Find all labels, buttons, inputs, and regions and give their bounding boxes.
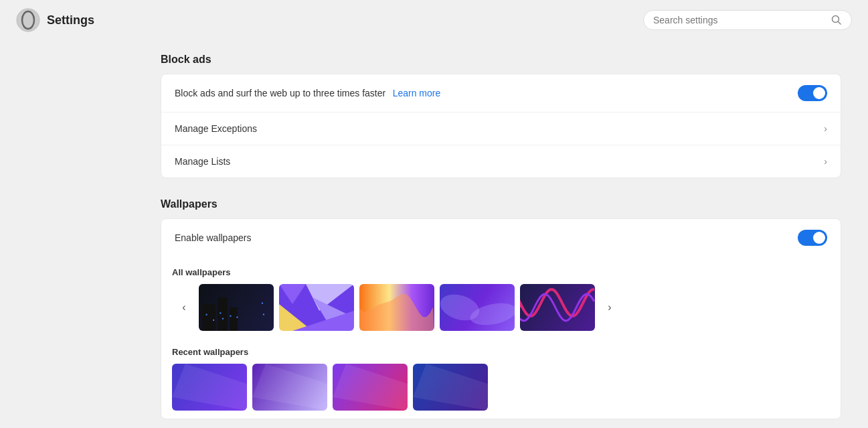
recent-thumb-1[interactable] <box>172 364 247 411</box>
wallpaper-canvas-1 <box>199 284 274 331</box>
block-ads-title: Block ads <box>161 54 841 66</box>
recent-canvas-4 <box>413 364 488 411</box>
opera-logo-icon <box>16 8 40 32</box>
wallpaper-canvas-2 <box>279 284 354 331</box>
wallpaper-thumb-1[interactable] <box>199 284 274 331</box>
block-ads-slider <box>798 85 827 101</box>
chevron-right-icon: › <box>824 123 827 134</box>
enable-wallpapers-label: Enable wallpapers <box>175 232 251 243</box>
search-input[interactable] <box>653 15 826 25</box>
wallpapers-content: All wallpapers ‹ <box>161 257 841 419</box>
recent-wallpapers-row <box>172 364 830 416</box>
enable-wallpapers-slider <box>798 230 827 246</box>
recent-canvas-3 <box>333 364 408 411</box>
recent-thumb-4[interactable] <box>413 364 488 411</box>
main-content: Block ads Block ads and surf the web up … <box>0 40 868 428</box>
block-ads-toggle[interactable] <box>798 85 827 101</box>
svg-line-3 <box>839 22 841 25</box>
wallpaper-canvas-5 <box>520 284 595 331</box>
all-wallpapers-title: All wallpapers <box>172 267 830 277</box>
wallpaper-canvas-3 <box>359 284 434 331</box>
learn-more-link[interactable]: Learn more <box>393 88 441 98</box>
prev-wallpaper-button[interactable]: ‹ <box>175 298 193 317</box>
enable-wallpapers-toggle[interactable] <box>798 230 827 246</box>
manage-lists-row[interactable]: Manage Lists › <box>161 145 841 177</box>
wallpaper-thumb-2[interactable] <box>279 284 354 331</box>
header-left: Settings <box>16 8 94 32</box>
wallpaper-canvas-4 <box>440 284 515 331</box>
all-wallpapers-row: ‹ <box>172 284 830 342</box>
header: Settings <box>0 0 868 40</box>
block-ads-toggle-row: Block ads and surf the web up to three t… <box>161 74 841 112</box>
block-ads-card: Block ads and surf the web up to three t… <box>161 74 841 178</box>
wallpapers-card: Enable wallpapers All wallpapers ‹ <box>161 218 841 419</box>
next-wallpaper-button[interactable]: › <box>600 298 619 317</box>
search-box[interactable] <box>643 10 852 30</box>
wallpaper-thumb-4[interactable] <box>440 284 515 331</box>
settings-content: Block ads Block ads and surf the web up … <box>147 40 868 428</box>
block-ads-text: Block ads and surf the web up to three t… <box>175 87 440 99</box>
recent-canvas-2 <box>252 364 327 411</box>
manage-lists-label: Manage Lists <box>175 156 230 167</box>
recent-wallpapers-title: Recent wallpapers <box>172 347 830 357</box>
manage-exceptions-row[interactable]: Manage Exceptions › <box>161 113 841 145</box>
page-title: Settings <box>47 13 94 27</box>
enable-wallpapers-row: Enable wallpapers <box>161 219 841 257</box>
recent-thumb-2[interactable] <box>252 364 327 411</box>
recent-canvas-1 <box>172 364 247 411</box>
wallpaper-thumb-3[interactable] <box>359 284 434 331</box>
block-ads-section: Block ads Block ads and surf the web up … <box>161 54 841 178</box>
wallpapers-title: Wallpapers <box>161 198 841 210</box>
wallpapers-section: Wallpapers Enable wallpapers All wallpap… <box>161 198 841 419</box>
recent-thumb-3[interactable] <box>333 364 408 411</box>
wallpaper-thumb-5[interactable] <box>520 284 595 331</box>
sidebar <box>0 40 147 428</box>
chevron-right-icon-2: › <box>824 156 827 167</box>
search-icon <box>831 15 842 25</box>
manage-exceptions-label: Manage Exceptions <box>175 123 257 134</box>
